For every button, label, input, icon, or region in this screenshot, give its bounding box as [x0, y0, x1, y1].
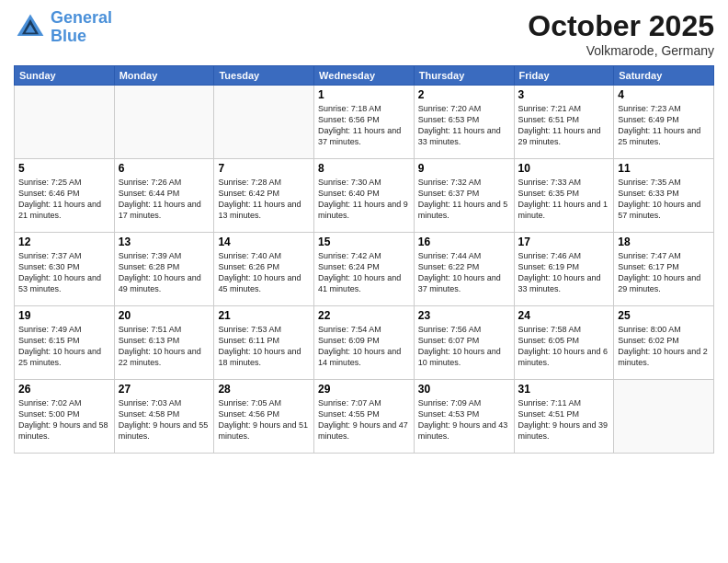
day-number: 23 — [418, 309, 510, 322]
day-cell — [15, 86, 115, 159]
day-number: 19 — [18, 309, 110, 322]
day-info: Sunrise: 7:05 AM Sunset: 4:56 PM Dayligh… — [218, 397, 310, 442]
day-info: Sunrise: 7:35 AM Sunset: 6:33 PM Dayligh… — [618, 177, 710, 222]
day-number: 21 — [218, 309, 310, 322]
day-info: Sunrise: 7:40 AM Sunset: 6:26 PM Dayligh… — [218, 250, 310, 295]
day-cell: 26Sunrise: 7:02 AM Sunset: 5:00 PM Dayli… — [15, 380, 115, 454]
day-cell — [614, 380, 714, 454]
day-info: Sunrise: 7:26 AM Sunset: 6:44 PM Dayligh… — [119, 177, 210, 222]
day-cell: 8Sunrise: 7:30 AM Sunset: 6:40 PM Daylig… — [314, 159, 415, 233]
day-number: 27 — [119, 383, 210, 396]
week-row-4: 19Sunrise: 7:49 AM Sunset: 6:15 PM Dayli… — [15, 306, 714, 380]
day-info: Sunrise: 7:54 AM Sunset: 6:09 PM Dayligh… — [318, 324, 410, 369]
day-number: 4 — [618, 88, 710, 101]
day-cell: 11Sunrise: 7:35 AM Sunset: 6:33 PM Dayli… — [614, 159, 714, 233]
day-cell: 24Sunrise: 7:58 AM Sunset: 6:05 PM Dayli… — [514, 306, 614, 380]
day-info: Sunrise: 7:49 AM Sunset: 6:15 PM Dayligh… — [18, 324, 110, 369]
header: General Blue October 2025 Volkmarode, Ge… — [14, 9, 714, 58]
day-info: Sunrise: 7:30 AM Sunset: 6:40 PM Dayligh… — [318, 177, 410, 222]
day-number: 29 — [318, 383, 410, 396]
day-info: Sunrise: 7:33 AM Sunset: 6:35 PM Dayligh… — [518, 177, 610, 222]
day-cell: 10Sunrise: 7:33 AM Sunset: 6:35 PM Dayli… — [514, 159, 614, 233]
day-info: Sunrise: 7:07 AM Sunset: 4:55 PM Dayligh… — [318, 397, 410, 442]
day-number: 3 — [518, 88, 610, 101]
day-number: 9 — [418, 162, 510, 175]
day-number: 25 — [618, 309, 710, 322]
day-number: 11 — [618, 162, 710, 175]
day-cell — [114, 86, 214, 159]
th-wednesday: Wednesday — [314, 66, 415, 86]
th-saturday: Saturday — [614, 66, 714, 86]
day-number: 8 — [318, 162, 410, 175]
day-cell: 4Sunrise: 7:23 AM Sunset: 6:49 PM Daylig… — [614, 86, 714, 159]
day-info: Sunrise: 7:25 AM Sunset: 6:46 PM Dayligh… — [18, 177, 110, 222]
day-cell: 15Sunrise: 7:42 AM Sunset: 6:24 PM Dayli… — [314, 233, 415, 306]
day-number: 18 — [618, 236, 710, 248]
day-cell: 16Sunrise: 7:44 AM Sunset: 6:22 PM Dayli… — [414, 233, 514, 306]
logo-icon — [14, 11, 47, 44]
day-number: 26 — [18, 383, 110, 396]
day-cell: 12Sunrise: 7:37 AM Sunset: 6:30 PM Dayli… — [15, 233, 115, 306]
day-number: 22 — [318, 309, 410, 322]
day-info: Sunrise: 7:37 AM Sunset: 6:30 PM Dayligh… — [18, 250, 110, 295]
day-number: 31 — [518, 383, 610, 396]
location: Volkmarode, Germany — [528, 43, 714, 58]
calendar-header-row: Sunday Monday Tuesday Wednesday Thursday… — [15, 66, 714, 86]
day-number: 7 — [218, 162, 310, 175]
day-number: 13 — [119, 236, 210, 248]
day-cell: 13Sunrise: 7:39 AM Sunset: 6:28 PM Dayli… — [114, 233, 214, 306]
day-info: Sunrise: 7:42 AM Sunset: 6:24 PM Dayligh… — [318, 250, 410, 295]
day-cell: 22Sunrise: 7:54 AM Sunset: 6:09 PM Dayli… — [314, 306, 415, 380]
day-info: Sunrise: 7:51 AM Sunset: 6:13 PM Dayligh… — [119, 324, 210, 369]
day-info: Sunrise: 7:47 AM Sunset: 6:17 PM Dayligh… — [618, 250, 710, 295]
day-info: Sunrise: 7:20 AM Sunset: 6:53 PM Dayligh… — [418, 103, 510, 148]
day-cell: 14Sunrise: 7:40 AM Sunset: 6:26 PM Dayli… — [214, 233, 314, 306]
month-title: October 2025 — [528, 9, 714, 43]
week-row-3: 12Sunrise: 7:37 AM Sunset: 6:30 PM Dayli… — [15, 233, 714, 306]
day-cell — [214, 86, 314, 159]
th-sunday: Sunday — [15, 66, 115, 86]
day-cell: 5Sunrise: 7:25 AM Sunset: 6:46 PM Daylig… — [15, 159, 115, 233]
th-tuesday: Tuesday — [214, 66, 314, 86]
day-number: 6 — [119, 162, 210, 175]
day-number: 5 — [18, 162, 110, 175]
th-thursday: Thursday — [414, 66, 514, 86]
day-number: 24 — [518, 309, 610, 322]
day-info: Sunrise: 7:23 AM Sunset: 6:49 PM Dayligh… — [618, 103, 710, 148]
day-cell: 9Sunrise: 7:32 AM Sunset: 6:37 PM Daylig… — [414, 159, 514, 233]
day-cell: 6Sunrise: 7:26 AM Sunset: 6:44 PM Daylig… — [114, 159, 214, 233]
week-row-2: 5Sunrise: 7:25 AM Sunset: 6:46 PM Daylig… — [15, 159, 714, 233]
day-info: Sunrise: 7:02 AM Sunset: 5:00 PM Dayligh… — [18, 397, 110, 442]
day-number: 17 — [518, 236, 610, 248]
week-row-1: 1Sunrise: 7:18 AM Sunset: 6:56 PM Daylig… — [15, 86, 714, 159]
day-cell: 31Sunrise: 7:11 AM Sunset: 4:51 PM Dayli… — [514, 380, 614, 454]
day-info: Sunrise: 7:28 AM Sunset: 6:42 PM Dayligh… — [218, 177, 310, 222]
day-info: Sunrise: 7:09 AM Sunset: 4:53 PM Dayligh… — [418, 397, 510, 442]
logo: General Blue — [14, 9, 112, 46]
day-info: Sunrise: 7:46 AM Sunset: 6:19 PM Dayligh… — [518, 250, 610, 295]
day-cell: 28Sunrise: 7:05 AM Sunset: 4:56 PM Dayli… — [214, 380, 314, 454]
day-number: 12 — [18, 236, 110, 248]
day-cell: 20Sunrise: 7:51 AM Sunset: 6:13 PM Dayli… — [114, 306, 214, 380]
day-number: 16 — [418, 236, 510, 248]
day-info: Sunrise: 7:18 AM Sunset: 6:56 PM Dayligh… — [318, 103, 410, 148]
th-monday: Monday — [114, 66, 214, 86]
logo-text: General Blue — [51, 9, 112, 46]
day-cell: 3Sunrise: 7:21 AM Sunset: 6:51 PM Daylig… — [514, 86, 614, 159]
day-cell: 25Sunrise: 8:00 AM Sunset: 6:02 PM Dayli… — [614, 306, 714, 380]
day-cell: 1Sunrise: 7:18 AM Sunset: 6:56 PM Daylig… — [314, 86, 415, 159]
day-cell: 27Sunrise: 7:03 AM Sunset: 4:58 PM Dayli… — [114, 380, 214, 454]
page: General Blue October 2025 Volkmarode, Ge… — [0, 0, 728, 563]
day-info: Sunrise: 7:03 AM Sunset: 4:58 PM Dayligh… — [119, 397, 210, 442]
day-info: Sunrise: 7:56 AM Sunset: 6:07 PM Dayligh… — [418, 324, 510, 369]
day-info: Sunrise: 8:00 AM Sunset: 6:02 PM Dayligh… — [618, 324, 710, 369]
day-cell: 19Sunrise: 7:49 AM Sunset: 6:15 PM Dayli… — [15, 306, 115, 380]
day-number: 10 — [518, 162, 610, 175]
th-friday: Friday — [514, 66, 614, 86]
day-cell: 17Sunrise: 7:46 AM Sunset: 6:19 PM Dayli… — [514, 233, 614, 306]
day-info: Sunrise: 7:32 AM Sunset: 6:37 PM Dayligh… — [418, 177, 510, 222]
day-info: Sunrise: 7:53 AM Sunset: 6:11 PM Dayligh… — [218, 324, 310, 369]
day-cell: 7Sunrise: 7:28 AM Sunset: 6:42 PM Daylig… — [214, 159, 314, 233]
day-info: Sunrise: 7:39 AM Sunset: 6:28 PM Dayligh… — [119, 250, 210, 295]
day-info: Sunrise: 7:58 AM Sunset: 6:05 PM Dayligh… — [518, 324, 610, 369]
